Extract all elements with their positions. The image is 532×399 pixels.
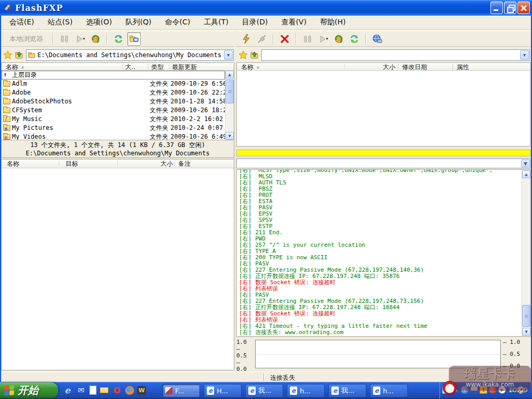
log-line: [右]正打开数据连接 IP: 67.228.197.248 端口: 35876 (239, 273, 521, 280)
dropdown-arrow-icon[interactable]: ▼ (224, 50, 233, 60)
start-button[interactable]: 开始 (0, 382, 58, 398)
column-divider[interactable] (148, 64, 149, 70)
menu-item[interactable]: 目录(D) (237, 16, 276, 29)
quicklaunch-icon[interactable] (100, 387, 109, 393)
log-text: MLSD (255, 174, 272, 180)
menu-item[interactable]: 站点(S) (43, 16, 81, 29)
task-button[interactable]: 我... (328, 384, 366, 397)
refresh-icon[interactable] (112, 32, 125, 46)
scroll-down-icon[interactable]: ▼ (522, 328, 530, 336)
toolbar-separator (365, 33, 366, 45)
parent-folder-icon[interactable] (15, 50, 24, 60)
task-button[interactable]: H... (204, 384, 242, 397)
globe-icon[interactable] (370, 32, 384, 46)
log-prefix: [右] (239, 223, 251, 230)
task-button[interactable]: 我... (245, 384, 283, 397)
favorites-star-icon[interactable] (238, 50, 248, 60)
file-row[interactable]: My Music 文件夹 2010-2-2 16:02 (2, 115, 225, 124)
file-type: 文件夹 (150, 124, 168, 132)
start-label: 开始 (18, 383, 38, 397)
quicklaunch-icon[interactable] (76, 384, 86, 396)
menu-item[interactable]: 查看(V) (276, 16, 315, 29)
quicklaunch-icon[interactable] (89, 385, 97, 395)
log-prefix: [右] (239, 329, 251, 336)
pause-icon[interactable] (301, 32, 314, 46)
menu-item[interactable]: 会话(E) (4, 16, 43, 29)
menu-item[interactable]: 工具(T) (198, 16, 236, 29)
column-divider[interactable] (122, 64, 123, 70)
menu-item[interactable]: 命令(C) (160, 16, 199, 29)
transfer-icon[interactable] (89, 32, 102, 46)
quicklaunch-icon[interactable] (112, 384, 122, 396)
resume-icon[interactable]: ▾ (316, 32, 330, 46)
quicklaunch-icon[interactable] (125, 386, 134, 395)
dropdown-arrow-icon[interactable]: ▼ (521, 159, 530, 167)
remote-path-combobox[interactable]: ▼ (261, 49, 530, 61)
task-icon (248, 387, 256, 395)
task-button[interactable]: h... (287, 384, 325, 397)
favorites-star-icon[interactable] (3, 50, 12, 60)
column-divider[interactable] (344, 64, 345, 70)
queue-column-target[interactable]: 目标 (65, 159, 78, 168)
abort-icon[interactable] (278, 32, 291, 46)
scrollbar-thumb[interactable] (225, 79, 234, 103)
local-status-counts: 13 个文件夹, 1 个文件, 共 14 (1 KB / 6.37 GB 空闲) (2, 141, 234, 149)
file-row[interactable]: AdobeStockPhotos 文件夹 2010-1-28 14:58 (2, 97, 225, 106)
column-divider[interactable] (59, 161, 59, 166)
local-list-scrollbar[interactable]: ▲ ▼ (225, 71, 234, 140)
close-button[interactable] (517, 2, 530, 14)
resume-icon[interactable]: ▾ (73, 32, 87, 46)
task-button[interactable]: h... (370, 384, 408, 397)
connect-icon[interactable] (240, 32, 253, 46)
file-row[interactable]: CFSystem 文件夹 2009-10-26 18:29 (2, 106, 225, 115)
folder-view-toggle[interactable] (127, 32, 141, 46)
column-divider[interactable] (453, 64, 453, 70)
minimize-button[interactable] (490, 2, 503, 14)
scroll-up-icon[interactable]: ▲ (225, 71, 234, 78)
menu-item[interactable]: 队列(Q) (121, 16, 160, 29)
file-row[interactable]: Adobe 文件夹 2009-10-26 22:22 (2, 88, 225, 97)
column-header-attributes[interactable]: 属性 (457, 63, 469, 72)
column-divider[interactable] (175, 161, 175, 166)
quick-launch (62, 384, 146, 396)
local-path-combobox[interactable]: E:\Documents and Settings\chenwuhong\My … (26, 49, 234, 61)
quicklaunch-icon[interactable] (62, 384, 73, 396)
column-divider[interactable] (117, 161, 118, 166)
transfer-icon[interactable] (332, 32, 345, 46)
refresh-icon[interactable] (348, 32, 361, 46)
scroll-up-icon[interactable]: ▲ (522, 170, 530, 178)
column-divider[interactable] (398, 64, 398, 70)
scroll-down-icon[interactable]: ▼ (225, 132, 234, 140)
file-row[interactable]: My Videos 文件夹 2009-10-26 6:49 (2, 132, 225, 140)
log-scrollbar[interactable]: ▲ ▼ (522, 170, 530, 336)
task-icon (373, 387, 380, 395)
file-row[interactable]: 上层目录 (2, 71, 225, 79)
parent-folder-icon[interactable] (250, 50, 259, 60)
quicklaunch-icon[interactable] (137, 386, 146, 395)
folder-icon (28, 52, 35, 58)
file-row[interactable]: Adlm 文件夹 2009-10-29 6:56 (2, 79, 225, 88)
resume-dropdown-icon[interactable]: ▾ (83, 36, 85, 41)
dropdown-arrow-icon[interactable]: ▼ (520, 50, 529, 60)
task-button[interactable]: F... (162, 384, 200, 397)
remote-selector-combobox[interactable]: ▼ (236, 158, 531, 168)
log-line: [右]PWD (239, 236, 521, 242)
queue-column-name[interactable]: 名称 (7, 159, 19, 168)
column-header-modified[interactable]: 修改日期 (402, 63, 427, 72)
file-row[interactable]: My Pictures 文件夹 2010-2-24 0:07 (2, 124, 225, 132)
scrollbar-thumb[interactable] (522, 305, 530, 327)
pause-icon[interactable] (58, 32, 71, 46)
menu-item[interactable]: 帮助(H) (315, 16, 354, 29)
column-divider[interactable] (169, 64, 169, 70)
menu-item[interactable]: 选项(O) (81, 16, 121, 29)
column-header-size[interactable]: 大小 (367, 63, 395, 72)
resume-dropdown-icon[interactable]: ▾ (326, 36, 328, 41)
queue-column-size[interactable]: 大小 (152, 159, 173, 168)
column-header-name[interactable]: 名称▲ (241, 63, 259, 72)
queue-column-note[interactable]: 备注 (178, 159, 191, 168)
title-bar[interactable]: FlashFXP (0, 0, 532, 16)
disconnect-icon[interactable] (255, 32, 269, 46)
remote-file-pane: 名称▲ 大小 修改日期 属性 (236, 62, 531, 147)
restore-button[interactable] (504, 2, 516, 14)
task-icon (331, 387, 339, 395)
